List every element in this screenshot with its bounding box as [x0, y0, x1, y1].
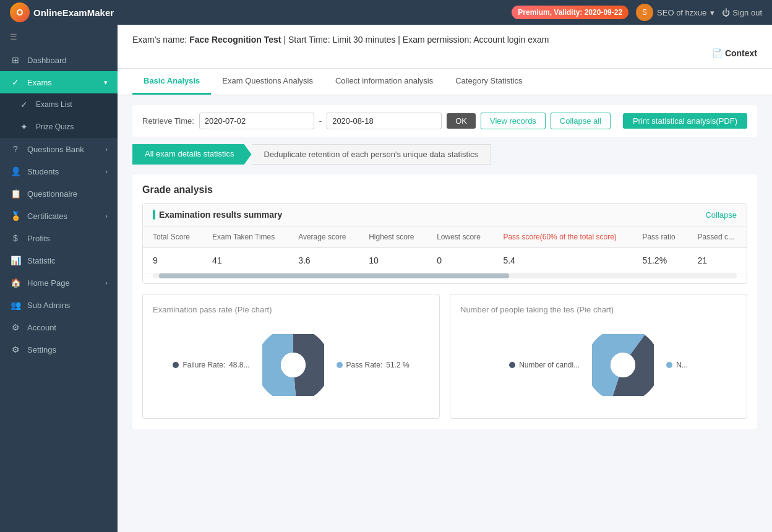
chart-title: Examination pass rate (Pie chart) [153, 304, 429, 314]
legend-dot-candi [509, 362, 515, 368]
sidebar-item-account[interactable]: ⚙ Account [0, 316, 118, 338]
chart-title-people: Number of people taking the tes (Pie cha… [460, 304, 737, 314]
legend-dot-n [666, 362, 672, 368]
tab-collect-information[interactable]: Collect information analysis [324, 69, 444, 95]
summary-card-header: Examination results summary Collapse [143, 204, 747, 226]
sidebar-item-prize-quizs[interactable]: ✦ Prize Quizs [0, 116, 118, 138]
prize-icon: ✦ [19, 122, 30, 132]
collapse-button[interactable]: Collapse [705, 210, 737, 220]
scrollbar-hint[interactable] [153, 273, 737, 278]
pie-legend-left-people: Number of candi... [509, 361, 580, 369]
sub-admins-icon: 👥 [10, 300, 21, 310]
context-section: 📄 Context [132, 48, 757, 58]
layout: ☰ ⊞ Dashboard ✓ Exams ▾ ✓ Exams List ✦ P… [0, 25, 772, 532]
logo-icon: O [10, 2, 30, 22]
svg-point-2 [281, 353, 306, 377]
profits-icon: $ [10, 233, 21, 243]
sidebar-item-certificates[interactable]: 🏅 Certificates › [0, 205, 118, 227]
controls-bar: Retrieve Time: - OK View records Collaps… [132, 105, 757, 137]
dashboard-icon: ⊞ [10, 55, 21, 65]
sidebar-item-questionnaire[interactable]: 📋 Questionnaire [0, 182, 118, 205]
legend-value-pass: 51.2 % [386, 361, 409, 369]
date-from-input[interactable] [199, 113, 314, 129]
collapse-all-button[interactable]: Collapse all [551, 113, 611, 129]
sidebar-item-label: Profits [27, 234, 50, 243]
separator2: | [398, 35, 403, 45]
filter-tab-all[interactable]: All exam details statistics [132, 144, 252, 165]
sidebar-item-label: Certificates [27, 212, 67, 221]
sidebar-item-label: Sub Admins [27, 301, 70, 310]
sidebar-item-profits[interactable]: $ Profits [0, 227, 118, 249]
pie-legend-right: Pass Rate: 51.2 % [337, 361, 410, 369]
col-pass-score: Pass score(60% of the total score) [493, 226, 632, 248]
date-to-input[interactable] [327, 113, 442, 129]
sidebar-item-label: Exams [27, 78, 52, 87]
view-records-button[interactable]: View records [481, 113, 546, 129]
sidebar-item-exams[interactable]: ✓ Exams ▾ [0, 71, 118, 93]
cell-pass-score: 5.4 [493, 248, 632, 273]
account-icon: ⚙ [10, 322, 21, 332]
permission-value: Account login exam [473, 35, 549, 45]
table-row: 9 41 3.6 10 0 5.4 51.2% 21 [143, 248, 747, 273]
start-time-value: Limit 30 minutes [332, 35, 395, 45]
sidebar-item-students[interactable]: 👤 Students › [0, 160, 118, 182]
certificates-icon: 🏅 [10, 211, 21, 221]
separator: | [283, 35, 288, 45]
legend-label-failure: Failure Rate: [182, 361, 225, 369]
sidebar-item-label: Prize Quizs [36, 122, 74, 131]
sidebar-toggle[interactable]: ☰ [0, 25, 118, 49]
tab-basic-analysis[interactable]: Basic Analysis [132, 69, 211, 95]
sidebar-item-sub-admins[interactable]: 👥 Sub Admins [0, 294, 118, 316]
sidebar-item-statistic[interactable]: 📊 Statistic [0, 249, 118, 272]
exam-name-value: Face Recognition Test [189, 35, 281, 45]
sidebar-item-label: Home Page [27, 278, 70, 288]
list-icon: ✓ [19, 100, 30, 109]
legend-label-pass: Pass Rate: [346, 361, 383, 369]
col-pass-ratio: Pass ratio [632, 226, 687, 248]
filter-tab-dedup[interactable]: Deduplicate retention of each person's u… [252, 144, 491, 165]
exam-name-label: Exam's name: [132, 35, 189, 45]
ok-button[interactable]: OK [447, 113, 476, 129]
cell-total-score: 9 [143, 248, 202, 273]
filter-tabs: All exam details statistics Deduplicate … [132, 144, 757, 165]
sidebar-item-home-page[interactable]: 🏠 Home Page › [0, 272, 118, 294]
cell-highest: 10 [359, 248, 427, 273]
col-total-score: Total Score [143, 226, 202, 248]
sidebar-item-label: Settings [27, 345, 56, 354]
user-info[interactable]: S SEO of hzxue ▾ [636, 4, 714, 21]
date-separator: - [319, 116, 322, 126]
logo-text: OnlineExamMaker [33, 7, 114, 18]
retrieve-label: Retrieve Time: [142, 116, 194, 126]
sidebar-item-label: Questions Bank [27, 145, 84, 154]
sidebar-item-dashboard[interactable]: ⊞ Dashboard [0, 49, 118, 71]
summary-card: Examination results summary Collapse Tot… [142, 203, 747, 284]
print-button[interactable]: Print statistical analysis(PDF) [623, 113, 747, 129]
pass-rate-chart: Examination pass rate (Pie chart) Failur… [142, 294, 440, 419]
signout-icon: ⏻ [722, 8, 730, 17]
signout-button[interactable]: ⏻ Sign out [722, 8, 762, 17]
topbar-right: Premium, Validity: 2020-09-22 S SEO of h… [512, 4, 762, 21]
sidebar-sub-exams: ✓ Exams List ✦ Prize Quizs [0, 93, 118, 138]
pie-container-people: Number of candi... [460, 322, 737, 408]
settings-icon: ⚙ [10, 345, 21, 354]
home-icon: 🏠 [10, 278, 21, 288]
grade-section: Grade analysis Examination results summa… [132, 174, 757, 429]
pie-legend-right-people: N... [666, 361, 688, 369]
sidebar-item-label: Exams List [36, 100, 72, 109]
tab-exam-questions-analysis[interactable]: Exam Questions Analysis [211, 69, 324, 95]
legend-item-n: N... [666, 361, 688, 369]
sidebar-item-exams-list[interactable]: ✓ Exams List [0, 93, 118, 116]
sidebar-item-label: Statistic [27, 256, 56, 265]
sidebar-item-label: Dashboard [27, 56, 67, 65]
pie-chart-svg [262, 334, 324, 396]
sidebar-item-settings[interactable]: ⚙ Settings [0, 338, 118, 361]
context-icon: 📄 [712, 48, 725, 58]
cell-avg-score: 3.6 [288, 248, 359, 273]
topbar: O OnlineExamMaker Premium, Validity: 202… [0, 0, 772, 25]
sidebar-item-questions-bank[interactable]: ? Questions Bank › [0, 138, 118, 160]
pie-chart-people-svg [592, 334, 654, 396]
cell-exam-taken: 41 [202, 248, 288, 273]
tab-category-statistics[interactable]: Category Statistics [444, 69, 533, 95]
context-label: Context [725, 48, 757, 58]
col-lowest: Lowest score [427, 226, 493, 248]
